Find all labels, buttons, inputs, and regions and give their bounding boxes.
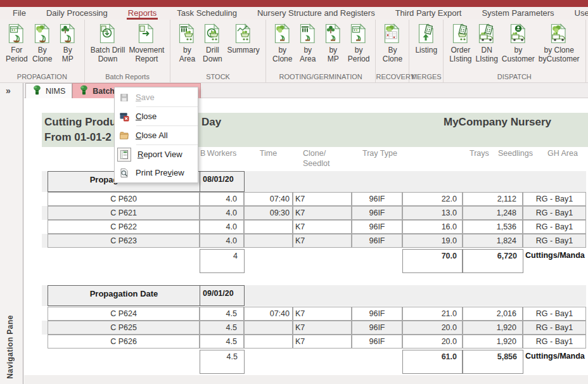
cell-time: 07:40 (244, 192, 293, 206)
cell-time (244, 220, 293, 234)
cell-seedlings: 2,016 (463, 307, 523, 321)
ribbon-group-label: STOCK (170, 73, 265, 80)
ribbon-group-batch-reports: Batch Drill DownMovement ReportBatch Rep… (85, 20, 171, 82)
column-header-seedlings: Seedlings (498, 148, 537, 158)
document-tab-bar: NIMSBatch Drill Down (24, 83, 588, 98)
ribbon-button-by-clone[interactable]: by Clone (270, 23, 295, 64)
menu-tab-task-scheduling[interactable]: Task Scheduling (176, 7, 238, 20)
cell-tray_type: 96IF (352, 192, 402, 206)
column-header-gh_area: GH Area (547, 148, 582, 158)
ribbon-group-dispatch: Order LIstingDN LIstingby Customerby Clo… (444, 20, 585, 82)
cell-clone: K7 (293, 206, 352, 220)
cell-batch: C P621 (48, 206, 200, 220)
ribbon-button-movement-report[interactable]: Movement Report (127, 23, 166, 64)
cell-batch: C P622 (48, 220, 200, 234)
group-header-date-box: 08/01/20 (200, 171, 245, 192)
order-listing-icon (450, 23, 471, 44)
expand-nav-pane-icon[interactable]: » (6, 86, 11, 96)
cell-seedlings: 1,248 (463, 206, 523, 220)
ribbon-group-label: Batch Reports (85, 73, 170, 80)
cell-workers: 4.0 (200, 192, 244, 206)
cell-batch: C P625 (48, 321, 200, 335)
ribbon-button-by-area[interactable]: by Area (295, 23, 321, 64)
ribbon-button-dn-listing[interactable]: DN LIsting (473, 23, 499, 64)
column-header-workers: Workers (200, 148, 244, 158)
context-menu-item-label: Close (136, 112, 157, 121)
stock-area-icon (176, 23, 198, 44)
ribbon-group-label: RECOVERY (376, 73, 409, 80)
menu-tab-file[interactable]: File (11, 7, 27, 20)
menu-tab-system-parameters[interactable]: System Parameters (480, 7, 555, 20)
context-menu-item-close[interactable]: Close (115, 107, 198, 125)
ribbon-button-for-period[interactable]: For Period (4, 23, 30, 64)
report-subtitle: From 01-01-2 (44, 131, 112, 144)
dn-listing-icon (476, 23, 497, 44)
ribbon-group-stock: by AreaDrill DownSummarySTOCK (170, 20, 265, 82)
cell-gh_area: RG - Bay1 (523, 234, 586, 248)
cell-time: 09:30 (244, 206, 293, 220)
ribbon-button-by-period[interactable]: by Period (346, 23, 372, 64)
menu-tab-user-admin[interactable]: User Admin (573, 7, 588, 20)
total-trays-box: 70.0 (402, 249, 463, 273)
ribbon-button-label: By MP (62, 46, 74, 64)
ribbon-button-by-area[interactable]: by Area (174, 23, 200, 64)
menu-tab-nursery-structure-and-registers[interactable]: Nursery Structure and Registers (256, 7, 376, 20)
ribbon-button-listing[interactable]: Listing (413, 23, 439, 54)
cell-trays: 16.0 (402, 220, 463, 234)
cell-time (244, 234, 293, 248)
cell-seedlings: 1,536 (463, 220, 523, 234)
total-workers-box: 4.5 (200, 350, 245, 374)
folder-icon (119, 131, 129, 141)
ribbon-button-by-clone-bycustomer[interactable]: by Clone byCustomer (537, 23, 582, 64)
batch-drill-down-icon (97, 23, 118, 44)
cell-seedlings: 1,920 (463, 321, 523, 335)
ribbon-button-batch-drill-down[interactable]: Batch Drill Down (89, 23, 127, 64)
ribbon-tab-bar: FileDaily ProcessingReportsTask Scheduli… (0, 7, 588, 20)
navigation-pane-collapsed[interactable]: » Navigation Pane (0, 83, 23, 384)
cell-tray_type: 96IF (352, 321, 402, 335)
report-title-right: Day (201, 116, 221, 129)
context-menu-item-save: Save (115, 88, 198, 106)
cell-gh_area: RG - Bay1 (523, 206, 586, 220)
ribbon-group-merges: ListingMERGES (409, 20, 444, 82)
cell-trays: 20.0 (402, 335, 463, 349)
cell-time: 07:40 (244, 307, 293, 321)
cell-clone: K7 (293, 307, 352, 321)
context-menu-item-print-preview[interactable]: Print Preview (115, 163, 198, 182)
ribbon-button-by-clone[interactable]: By Clone (30, 23, 55, 64)
rooting-clone-icon (272, 23, 293, 44)
ribbon-button-drill-down[interactable]: Drill Down (200, 23, 225, 64)
menu-tab-daily-processing[interactable]: Daily Processing (45, 7, 109, 20)
ribbon-button-by-customer[interactable]: by Customer (500, 23, 537, 64)
rooting-period-icon (348, 23, 369, 44)
menu-tab-third-party-export[interactable]: Third Party Export (394, 7, 463, 20)
ribbon-button-by-mp[interactable]: By MP (55, 23, 80, 64)
cell-batch: C P624 (48, 307, 200, 321)
navigation-pane-label[interactable]: Navigation Pane (6, 315, 15, 379)
stock-drill-down-icon (201, 23, 223, 44)
menu-tab-reports[interactable]: Reports (127, 7, 158, 20)
titlebar-strip (0, 0, 588, 7)
ribbon-button-order-listing[interactable]: Order LIsting (447, 23, 473, 64)
context-menu-item-report-view[interactable]: Report View (115, 145, 198, 163)
report-clone-plant-icon (32, 23, 53, 44)
ribbon-group-label: PROPAGATION (0, 73, 84, 80)
cell-time (244, 335, 293, 349)
ribbon-button-by-clone[interactable]: By Clone (380, 23, 405, 64)
context-menu-item-close-all[interactable]: Close All (115, 126, 198, 144)
cell-tray_type: 96IF (352, 220, 402, 234)
ribbon-button-label: by Period (348, 46, 370, 64)
cell-time (244, 321, 293, 335)
ribbon-button-summary[interactable]: Summary (225, 23, 261, 54)
document-tab-nims[interactable]: NIMS (25, 83, 72, 98)
cell-tray_type: 96IF (352, 206, 402, 220)
print-preview-icon (119, 168, 129, 178)
cell-clone: K7 (293, 220, 352, 234)
stock-summary-icon (233, 23, 254, 44)
context-menu: SaveCloseClose AllReport ViewPrint Previ… (114, 87, 198, 183)
ribbon-button-by-mp[interactable]: by MP (321, 23, 346, 64)
merges-listing-icon (416, 23, 437, 44)
total-seedlings-box: 5,856 (463, 350, 523, 374)
cell-gh_area: RG - Bay1 (523, 220, 586, 234)
ribbon-button-label: DN LIsting (475, 46, 497, 64)
